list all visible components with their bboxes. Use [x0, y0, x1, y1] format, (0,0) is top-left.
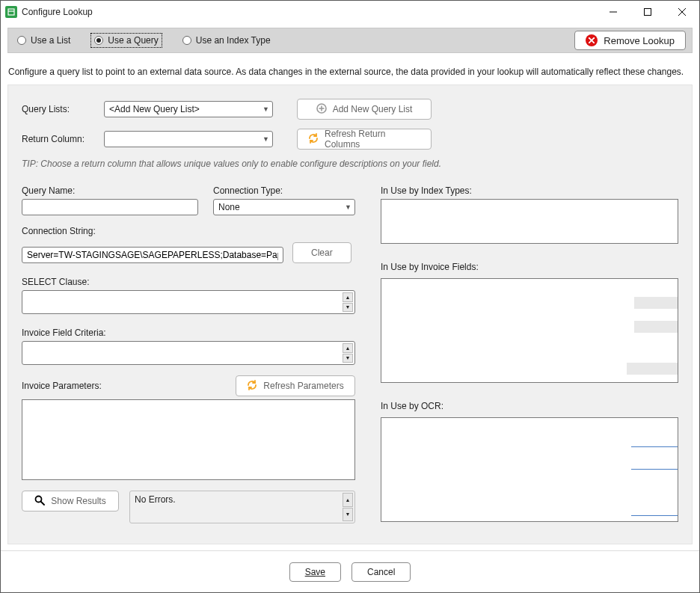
radio-label: Use a Query [108, 35, 158, 46]
connection-type-value: None [218, 202, 240, 212]
show-results-button[interactable]: Show Results [22, 491, 119, 511]
in-use-ocr-label: In Use by OCR: [381, 401, 678, 411]
radio-dot-icon [182, 36, 191, 45]
chevron-down-icon: ▼ [345, 203, 351, 211]
query-name-label: Query Name: [22, 185, 198, 196]
button-label: Refresh Return Columns [325, 129, 420, 150]
titlebar: Configure Lookup [1, 1, 699, 23]
app-icon [5, 6, 17, 18]
return-column-label: Return Column: [22, 134, 96, 144]
invoice-field-criteria-input[interactable]: ▲▼ [22, 341, 355, 365]
button-label: Clear [311, 248, 333, 258]
configure-lookup-window: Configure Lookup Use a List Use a Query … [0, 0, 700, 593]
spin-down-icon[interactable]: ▼ [343, 303, 353, 313]
connection-string-input[interactable] [22, 247, 283, 263]
in-use-ocr-box[interactable] [381, 417, 678, 522]
button-label: Show Results [51, 496, 105, 506]
clear-button[interactable]: Clear [292, 242, 351, 263]
cancel-button[interactable]: Cancel [351, 562, 411, 582]
description-text: Configure a query list to point to an ex… [1, 53, 699, 85]
radio-use-list[interactable]: Use a List [14, 34, 73, 47]
svg-rect-0 [8, 9, 14, 15]
errors-box: No Errors. ▲▼ [129, 491, 355, 523]
footer: Save Cancel [1, 550, 699, 592]
add-new-query-list-button[interactable]: Add New Query List [297, 99, 432, 120]
select-clause-input[interactable]: ▲▼ [22, 290, 355, 314]
query-lists-select[interactable]: <Add New Query List> ▼ [104, 101, 273, 117]
refresh-icon [308, 133, 319, 146]
button-label: Cancel [367, 567, 395, 577]
in-use-index-box[interactable] [381, 199, 678, 244]
refresh-parameters-button[interactable]: Refresh Parameters [236, 375, 355, 396]
radio-label: Use a List [31, 35, 70, 46]
mode-bar: Use a List Use a Query Use an Index Type… [7, 28, 693, 53]
spin-up-icon[interactable]: ▲ [343, 343, 353, 353]
chevron-down-icon: ▼ [262, 105, 269, 113]
close-button[interactable] [665, 1, 699, 23]
spin-down-icon[interactable]: ▼ [343, 354, 353, 363]
in-use-invoice-label: In Use by Invoice Fields: [381, 262, 678, 272]
connection-type-select[interactable]: None ▼ [213, 199, 355, 215]
refresh-return-columns-button[interactable]: Refresh Return Columns [297, 129, 432, 150]
save-button[interactable]: Save [289, 562, 341, 582]
radio-dot-icon [17, 36, 26, 45]
chevron-down-icon: ▼ [262, 135, 269, 143]
radio-use-index-type[interactable]: Use an Index Type [179, 34, 274, 47]
radio-use-query[interactable]: Use a Query [91, 34, 161, 47]
button-label: Refresh Parameters [263, 381, 343, 391]
radio-label: Use an Index Type [196, 35, 271, 46]
button-label: Save [305, 567, 325, 577]
in-use-invoice-box[interactable] [381, 278, 678, 383]
tip-text: TIP: Choose a return column that allows … [22, 159, 678, 169]
svg-rect-3 [645, 9, 651, 16]
in-use-index-label: In Use by Index Types: [381, 185, 678, 196]
invoice-parameters-box[interactable] [22, 399, 355, 480]
remove-lookup-label: Remove Lookup [604, 35, 675, 46]
svg-line-12 [41, 501, 45, 505]
button-label: Add New Query List [333, 104, 413, 114]
window-title: Configure Lookup [22, 7, 93, 17]
minimize-button[interactable] [596, 1, 630, 23]
maximize-button[interactable] [630, 1, 665, 23]
invoice-field-criteria-label: Invoice Field Criteria: [22, 328, 355, 338]
remove-lookup-button[interactable]: Remove Lookup [574, 31, 686, 50]
query-name-input[interactable] [22, 199, 198, 215]
refresh-icon [247, 380, 257, 393]
plus-circle-icon [316, 103, 327, 116]
select-clause-label: SELECT Clause: [22, 277, 355, 287]
spin-up-icon[interactable]: ▲ [343, 493, 353, 507]
query-lists-label: Query Lists: [22, 104, 96, 114]
spin-up-icon[interactable]: ▲ [343, 292, 353, 302]
invoice-parameters-label: Invoice Parameters: [22, 381, 102, 391]
spin-down-icon[interactable]: ▼ [343, 508, 353, 522]
return-column-select[interactable]: ▼ [104, 131, 273, 147]
connection-string-label: Connection String: [22, 226, 355, 236]
search-icon [34, 495, 45, 508]
query-lists-value: <Add New Query List> [109, 104, 200, 114]
errors-text: No Errors. [135, 494, 176, 505]
radio-dot-icon [94, 36, 103, 45]
remove-icon [586, 34, 598, 46]
config-panel: Query Lists: <Add New Query List> ▼ Add … [7, 85, 693, 544]
connection-type-label: Connection Type: [213, 185, 355, 196]
